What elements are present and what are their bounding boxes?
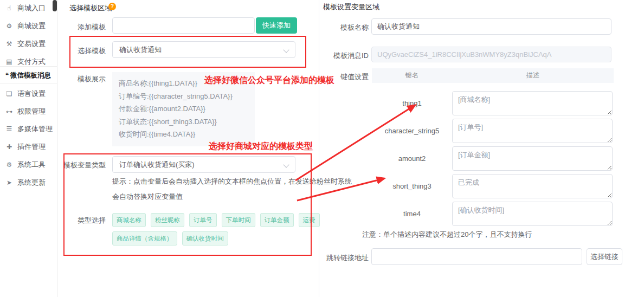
type-button-shipping-fee[interactable]: 运费 (299, 213, 320, 227)
template-line: 订单状态:{{short_thing3.DATA}} (119, 115, 248, 128)
type-button-product-detail[interactable]: 商品详情（含规格） (112, 231, 177, 246)
select-template-value: 确认收货通知 (119, 46, 162, 54)
chevron-down-icon (283, 162, 289, 167)
list-icon: ☰ (5, 122, 14, 136)
template-var-type-label: 模板变量类型 (41, 160, 106, 170)
type-buttons-row1: 商城名称 粉丝昵称 订单号 下单时间 订单金额 运费 (112, 213, 320, 227)
kv-key-time4: time4 (372, 202, 452, 226)
template-line: 付款金额:{{amount2.DATA}} (119, 102, 248, 115)
sidebar-item-label: 语言设置 (17, 87, 46, 101)
type-buttons-row2: 商品详情（含规格） 确认收货时间 (112, 231, 228, 246)
quick-add-button[interactable]: 快速添加 (256, 17, 297, 34)
sidebar-item-plugin-management[interactable]: ✚插件管理 (0, 140, 57, 154)
jump-link-input[interactable] (371, 248, 582, 265)
sidebar: ☝商城入口 ⚙商城设置 ⚒交易设置 ▤支付方式 ❝微信模板消息 ❏语言设置 ⊶权… (0, 0, 57, 297)
type-button-order-no[interactable]: 订单号 (189, 213, 217, 227)
book-icon: ❏ (5, 87, 14, 101)
right-panel-title: 模板设置变量区域 (323, 2, 379, 12)
template-display-label: 模板展示 (41, 74, 106, 84)
kv-col-desc: 描述 (452, 68, 614, 83)
select-link-button[interactable]: 选择链接 (587, 248, 622, 265)
template-name-input[interactable] (371, 18, 611, 35)
sidebar-item-payment-methods[interactable]: ▤支付方式 (0, 55, 57, 69)
sidebar-item-system-update[interactable]: ➤系统更新 (0, 176, 57, 190)
type-select-label: 类型选择 (41, 216, 106, 225)
panel-divider (319, 0, 319, 297)
template-msg-id-input (371, 47, 611, 62)
sidebar-item-label: 系统更新 (17, 176, 46, 190)
kv-table-header: 键名 描述 (372, 68, 614, 83)
sidebar-item-mall-entry[interactable]: ☝商城入口 (0, 1, 57, 15)
sidebar-item-label: 商城入口 (17, 1, 46, 15)
plugin-icon: ✚ (5, 140, 14, 154)
template-line: 订单编号:{{character_string5.DATA}} (119, 90, 248, 103)
bank-card-icon: ▤ (5, 55, 14, 69)
type-button-confirm-receipt-time[interactable]: 确认收货时间 (182, 231, 228, 246)
type-button-fan-nickname[interactable]: 粉丝昵称 (151, 213, 184, 227)
jump-link-label: 跳转链接地址 (304, 253, 369, 263)
kv-key-thing1: thing1 (372, 91, 452, 115)
gear-icon: ⚙ (5, 19, 14, 33)
sidebar-item-label: 插件管理 (17, 140, 46, 154)
kv-settings-label: 键值设置 (304, 72, 369, 82)
hint-text-line1: 提示：点击变量后会自动插入选择的文本框的焦点位置，在发送给粉丝时系统 (112, 177, 352, 186)
sidebar-item-label: 支付方式 (17, 55, 46, 69)
gear-icon: ⚙ (5, 158, 14, 172)
template-name-label: 模板名称 (304, 23, 369, 33)
pointer-hand-icon: ☝ (5, 1, 14, 15)
select-template-dropdown[interactable]: 确认收货通知 (112, 41, 295, 58)
template-display-box: 商品名称:{{thing1.DATA}} 订单编号:{{character_st… (112, 72, 255, 146)
type-button-order-time[interactable]: 下单时间 (222, 213, 255, 227)
add-template-label: 添加模板 (41, 22, 106, 32)
sidebar-item-permission-management[interactable]: ⊶权限管理 (0, 105, 57, 119)
kv-key-amount2: amount2 (372, 146, 452, 171)
kv-col-key: 键名 (372, 68, 452, 83)
send-icon: ➤ (5, 176, 14, 190)
kv-key-character-string5: character_string5 (372, 119, 452, 143)
template-var-type-value: 订单确认收货通知(买家) (119, 160, 195, 169)
sidebar-item-label: 权限管理 (17, 105, 46, 119)
kv-desc-character-string5-textarea[interactable]: [订单号] (452, 119, 613, 143)
template-var-type-dropdown[interactable]: 订单确认收货通知(买家) (112, 156, 295, 173)
template-line: 商品名称:{{thing1.DATA}} (119, 77, 248, 90)
sidebar-item-language-settings[interactable]: ❏语言设置 (0, 87, 57, 101)
kv-note-text: 注意：单个描述内容建议不超过20个字，且不支持换行 (362, 230, 532, 240)
template-line: 收货时间:{{time4.DATA}} (119, 128, 248, 141)
sidebar-scrollbar-thumb[interactable] (53, 0, 57, 11)
kv-desc-time4-textarea[interactable]: [确认收货时间] (452, 202, 613, 226)
kv-key-short-thing3: short_thing3 (372, 174, 452, 198)
select-template-label: 选择模板 (41, 46, 106, 56)
type-button-order-amount[interactable]: 订单金额 (260, 213, 294, 227)
add-template-input[interactable] (112, 17, 255, 34)
kv-desc-short-thing3-textarea[interactable]: 已完成 (452, 174, 613, 198)
kv-desc-thing1-textarea[interactable]: [商城名称] (452, 91, 613, 115)
sidebar-separator (0, 66, 57, 67)
left-panel-title: 选择模板区域 (69, 3, 112, 13)
hint-text-line2: 会自动替换对应变量值 (112, 192, 183, 202)
tools-icon: ⚒ (5, 37, 14, 51)
chevron-down-icon (283, 47, 289, 53)
sidebar-item-media-management[interactable]: ☰多媒体管理 (0, 122, 57, 136)
kv-desc-amount2-textarea[interactable]: [订单金额] (452, 146, 613, 171)
template-msg-id-label: 模板消息ID (304, 51, 369, 61)
wechat-template-message-page: ☝商城入口 ⚙商城设置 ⚒交易设置 ▤支付方式 ❝微信模板消息 ❏语言设置 ⊶权… (0, 0, 644, 297)
help-icon[interactable]: ? (108, 3, 116, 10)
type-button-mall-name[interactable]: 商城名称 (112, 213, 146, 227)
sidebar-item-label: 多媒体管理 (17, 122, 53, 136)
key-icon: ⊶ (5, 105, 14, 119)
